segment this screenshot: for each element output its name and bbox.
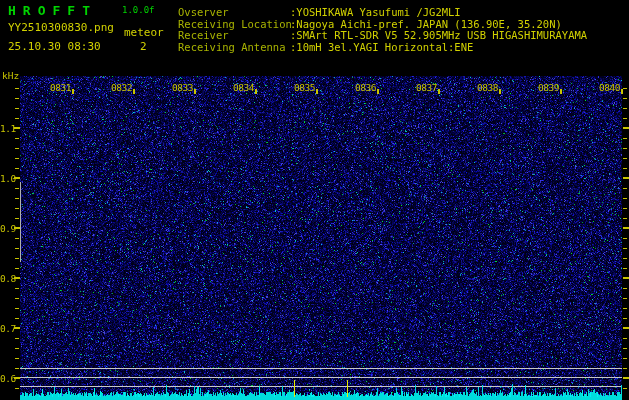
info-value: :SMArt RTL-SDR V5 52.905MHz USB HIGASHIM…	[290, 29, 587, 41]
freq-tick-label: 0.6	[0, 373, 13, 384]
app-title: HROFFT	[8, 3, 97, 18]
time-tick-label: 0837	[412, 82, 437, 93]
mode-label: meteor	[124, 26, 164, 39]
hrofft-screen: HROFFT 1.0.0f YY2510300830.png meteor 25…	[0, 0, 629, 400]
freq-tick-label: 1.0	[0, 173, 13, 184]
time-tick-label: 0831	[46, 82, 71, 93]
output-filename: YY2510300830.png	[8, 21, 114, 34]
info-label: Receiving Antenna	[178, 42, 290, 54]
freq-tick-label: 1.1	[0, 123, 13, 134]
time-tick-label: 0840	[595, 82, 620, 93]
freq-tick-label: 0.7	[0, 323, 13, 334]
spectrogram-canvas	[0, 0, 629, 400]
freq-tick-label: 0.8	[0, 273, 13, 284]
freq-axis-unit: kHz	[2, 70, 19, 81]
meteor-count: 2	[140, 40, 147, 53]
time-tick-label: 0836	[351, 82, 376, 93]
info-value: :YOSHIKAWA Yasufumi /JG2MLI	[290, 6, 461, 18]
info-label: Receiver	[178, 30, 290, 42]
time-tick-label: 0835	[290, 82, 315, 93]
app-version: 1.0.0f	[122, 5, 155, 15]
time-tick-label: 0839	[534, 82, 559, 93]
info-value: :10mH 3el.YAGI Horizontal:ENE	[290, 41, 473, 53]
freq-tick-label: 0.9	[0, 223, 13, 234]
info-value: :Nagoya Aichi-pref. JAPAN (136.90E, 35.2…	[290, 18, 562, 30]
observation-datetime: 25.10.30 08:30	[8, 40, 101, 53]
info-row: Receiving Antenna:10mH 3el.YAGI Horizont…	[178, 42, 587, 54]
time-tick-label: 0833	[168, 82, 193, 93]
info-label: Ovserver	[178, 7, 290, 19]
time-tick-label: 0832	[107, 82, 132, 93]
time-tick-label: 0838	[473, 82, 498, 93]
time-tick-label: 0834	[229, 82, 254, 93]
observer-info-block: Ovserver:YOSHIKAWA Yasufumi /JG2MLIRecei…	[178, 7, 587, 53]
